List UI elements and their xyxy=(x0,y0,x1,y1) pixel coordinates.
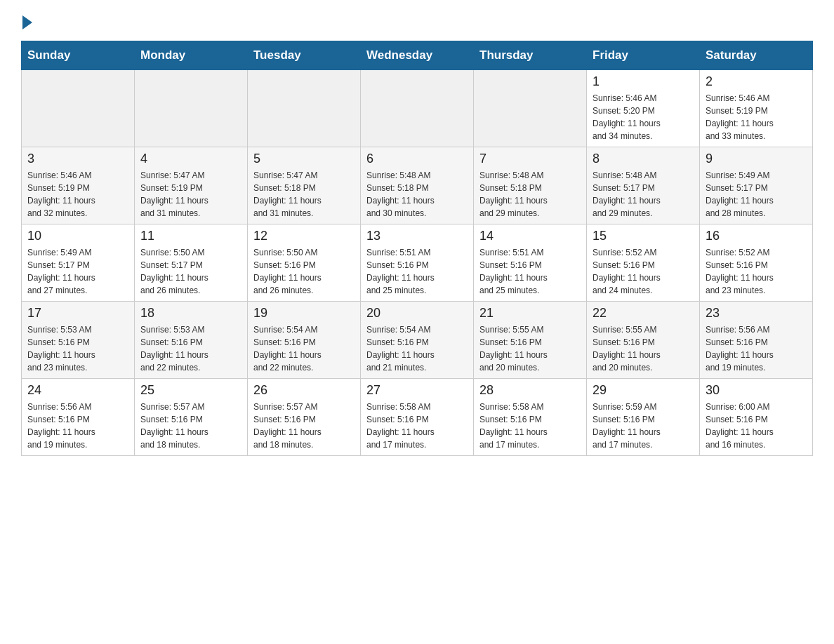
day-info: Sunrise: 5:48 AMSunset: 5:18 PMDaylight:… xyxy=(479,169,581,220)
calendar-cell: 21Sunrise: 5:55 AMSunset: 5:16 PMDayligh… xyxy=(474,302,587,379)
day-info: Sunrise: 5:48 AMSunset: 5:18 PMDaylight:… xyxy=(366,169,468,220)
calendar-cell: 20Sunrise: 5:54 AMSunset: 5:16 PMDayligh… xyxy=(361,302,474,379)
day-info: Sunrise: 5:58 AMSunset: 5:16 PMDaylight:… xyxy=(479,401,581,451)
calendar-cell: 10Sunrise: 5:49 AMSunset: 5:17 PMDayligh… xyxy=(22,224,135,302)
calendar-cell: 2Sunrise: 5:46 AMSunset: 5:19 PMDaylight… xyxy=(700,70,813,147)
day-number: 29 xyxy=(593,383,694,398)
calendar-cell xyxy=(248,70,361,147)
day-number: 16 xyxy=(706,229,807,243)
calendar-cell: 27Sunrise: 5:58 AMSunset: 5:16 PMDayligh… xyxy=(361,379,474,456)
calendar-header-friday: Friday xyxy=(587,41,700,70)
day-info: Sunrise: 5:56 AMSunset: 5:16 PMDaylight:… xyxy=(706,323,807,374)
day-number: 28 xyxy=(479,383,581,398)
day-number: 21 xyxy=(479,306,581,321)
day-number: 15 xyxy=(593,229,694,243)
calendar-cell: 28Sunrise: 5:58 AMSunset: 5:16 PMDayligh… xyxy=(474,379,587,456)
day-number: 11 xyxy=(140,229,241,243)
calendar-cell: 19Sunrise: 5:54 AMSunset: 5:16 PMDayligh… xyxy=(248,302,361,379)
calendar-cell: 7Sunrise: 5:48 AMSunset: 5:18 PMDaylight… xyxy=(474,147,587,224)
day-number: 9 xyxy=(706,152,807,166)
day-number: 13 xyxy=(366,229,468,243)
day-number: 23 xyxy=(706,306,807,321)
calendar-cell: 16Sunrise: 5:52 AMSunset: 5:16 PMDayligh… xyxy=(700,224,813,302)
calendar-cell: 15Sunrise: 5:52 AMSunset: 5:16 PMDayligh… xyxy=(587,224,700,302)
day-info: Sunrise: 5:46 AMSunset: 5:19 PMDaylight:… xyxy=(706,92,807,142)
day-number: 2 xyxy=(706,74,807,89)
calendar-cell: 25Sunrise: 5:57 AMSunset: 5:16 PMDayligh… xyxy=(135,379,248,456)
day-number: 4 xyxy=(140,152,241,166)
calendar-cell xyxy=(361,70,474,147)
day-number: 30 xyxy=(706,383,807,398)
day-number: 17 xyxy=(27,306,128,321)
day-number: 1 xyxy=(593,74,694,89)
day-info: Sunrise: 5:46 AMSunset: 5:19 PMDaylight:… xyxy=(27,169,128,220)
week-row-4: 17Sunrise: 5:53 AMSunset: 5:16 PMDayligh… xyxy=(22,302,813,379)
day-info: Sunrise: 5:51 AMSunset: 5:16 PMDaylight:… xyxy=(479,246,581,297)
calendar-table: SundayMondayTuesdayWednesdayThursdayFrid… xyxy=(21,41,813,456)
day-info: Sunrise: 5:52 AMSunset: 5:16 PMDaylight:… xyxy=(593,246,694,297)
calendar-header-wednesday: Wednesday xyxy=(361,41,474,70)
day-number: 18 xyxy=(140,306,241,321)
calendar-cell: 11Sunrise: 5:50 AMSunset: 5:17 PMDayligh… xyxy=(135,224,248,302)
day-info: Sunrise: 5:47 AMSunset: 5:18 PMDaylight:… xyxy=(253,169,355,220)
day-number: 27 xyxy=(366,383,468,398)
week-row-3: 10Sunrise: 5:49 AMSunset: 5:17 PMDayligh… xyxy=(22,224,813,302)
day-info: Sunrise: 5:48 AMSunset: 5:17 PMDaylight:… xyxy=(593,169,694,220)
day-info: Sunrise: 5:49 AMSunset: 5:17 PMDaylight:… xyxy=(706,169,807,220)
day-info: Sunrise: 5:55 AMSunset: 5:16 PMDaylight:… xyxy=(593,323,694,374)
day-number: 8 xyxy=(593,152,694,166)
calendar-cell: 12Sunrise: 5:50 AMSunset: 5:16 PMDayligh… xyxy=(248,224,361,302)
day-info: Sunrise: 5:53 AMSunset: 5:16 PMDaylight:… xyxy=(27,323,128,374)
calendar-cell: 26Sunrise: 5:57 AMSunset: 5:16 PMDayligh… xyxy=(248,379,361,456)
day-info: Sunrise: 5:58 AMSunset: 5:16 PMDaylight:… xyxy=(366,401,468,451)
day-number: 26 xyxy=(253,383,355,398)
day-info: Sunrise: 5:51 AMSunset: 5:16 PMDaylight:… xyxy=(366,246,468,297)
day-number: 24 xyxy=(27,383,128,398)
day-info: Sunrise: 5:52 AMSunset: 5:16 PMDaylight:… xyxy=(706,246,807,297)
calendar-cell: 6Sunrise: 5:48 AMSunset: 5:18 PMDaylight… xyxy=(361,147,474,224)
day-info: Sunrise: 5:49 AMSunset: 5:17 PMDaylight:… xyxy=(27,246,128,297)
day-info: Sunrise: 5:54 AMSunset: 5:16 PMDaylight:… xyxy=(253,323,355,374)
day-number: 25 xyxy=(140,383,241,398)
day-info: Sunrise: 5:47 AMSunset: 5:19 PMDaylight:… xyxy=(140,169,241,220)
day-number: 22 xyxy=(593,306,694,321)
calendar-cell xyxy=(22,70,135,147)
day-number: 3 xyxy=(27,152,128,166)
logo xyxy=(21,14,32,27)
calendar-cell: 1Sunrise: 5:46 AMSunset: 5:20 PMDaylight… xyxy=(587,70,700,147)
calendar-cell: 22Sunrise: 5:55 AMSunset: 5:16 PMDayligh… xyxy=(587,302,700,379)
calendar-cell xyxy=(474,70,587,147)
day-number: 7 xyxy=(479,152,581,166)
calendar-header-tuesday: Tuesday xyxy=(248,41,361,70)
calendar-cell: 4Sunrise: 5:47 AMSunset: 5:19 PMDaylight… xyxy=(135,147,248,224)
week-row-1: 1Sunrise: 5:46 AMSunset: 5:20 PMDaylight… xyxy=(22,70,813,147)
calendar-cell: 3Sunrise: 5:46 AMSunset: 5:19 PMDaylight… xyxy=(22,147,135,224)
calendar-header-monday: Monday xyxy=(135,41,248,70)
day-info: Sunrise: 5:50 AMSunset: 5:16 PMDaylight:… xyxy=(253,246,355,297)
day-info: Sunrise: 6:00 AMSunset: 5:16 PMDaylight:… xyxy=(706,401,807,451)
calendar-cell xyxy=(135,70,248,147)
day-info: Sunrise: 5:59 AMSunset: 5:16 PMDaylight:… xyxy=(593,401,694,451)
day-number: 19 xyxy=(253,306,355,321)
calendar-cell: 18Sunrise: 5:53 AMSunset: 5:16 PMDayligh… xyxy=(135,302,248,379)
day-number: 20 xyxy=(366,306,468,321)
calendar-cell: 13Sunrise: 5:51 AMSunset: 5:16 PMDayligh… xyxy=(361,224,474,302)
day-info: Sunrise: 5:56 AMSunset: 5:16 PMDaylight:… xyxy=(27,401,128,451)
calendar-cell: 23Sunrise: 5:56 AMSunset: 5:16 PMDayligh… xyxy=(700,302,813,379)
calendar-header-thursday: Thursday xyxy=(474,41,587,70)
day-number: 6 xyxy=(366,152,468,166)
day-info: Sunrise: 5:57 AMSunset: 5:16 PMDaylight:… xyxy=(253,401,355,451)
day-number: 12 xyxy=(253,229,355,243)
day-info: Sunrise: 5:54 AMSunset: 5:16 PMDaylight:… xyxy=(366,323,468,374)
week-row-5: 24Sunrise: 5:56 AMSunset: 5:16 PMDayligh… xyxy=(22,379,813,456)
day-number: 5 xyxy=(253,152,355,166)
day-info: Sunrise: 5:55 AMSunset: 5:16 PMDaylight:… xyxy=(479,323,581,374)
calendar-cell: 17Sunrise: 5:53 AMSunset: 5:16 PMDayligh… xyxy=(22,302,135,379)
calendar-header-row: SundayMondayTuesdayWednesdayThursdayFrid… xyxy=(22,41,813,70)
logo-arrow-icon xyxy=(22,15,32,29)
day-info: Sunrise: 5:50 AMSunset: 5:17 PMDaylight:… xyxy=(140,246,241,297)
day-info: Sunrise: 5:46 AMSunset: 5:20 PMDaylight:… xyxy=(593,92,694,142)
calendar-cell: 8Sunrise: 5:48 AMSunset: 5:17 PMDaylight… xyxy=(587,147,700,224)
calendar-cell: 5Sunrise: 5:47 AMSunset: 5:18 PMDaylight… xyxy=(248,147,361,224)
page-header xyxy=(21,14,813,27)
